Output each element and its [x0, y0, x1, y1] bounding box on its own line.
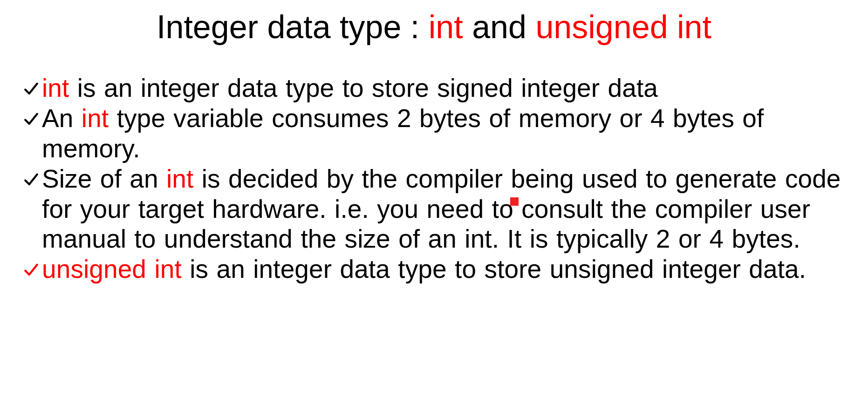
slide-title: Integer data type : int and unsigned int [23, 9, 845, 45]
title-keyword-int: int [429, 9, 463, 45]
checkmark-icon [23, 102, 42, 133]
title-keyword-unsigned-int: unsigned int [535, 9, 711, 45]
bullet-2: An int type variable consumes 2 bytes of… [23, 103, 845, 164]
laser-pointer-icon [510, 197, 519, 206]
slide-body: int is an integer data type to store sig… [23, 73, 845, 284]
bullet-4-text: is an integer data type to store unsigne… [182, 255, 806, 283]
bullet-3-prefix: Size of an [42, 164, 166, 193]
bullet-4-keyword: unsigned int [42, 255, 182, 283]
bullet-2-keyword: int [82, 104, 109, 133]
checkmark-icon [23, 72, 42, 102]
bullet-3: Size of an int is decided by the compile… [23, 164, 845, 255]
checkmark-icon [23, 253, 42, 283]
bullet-2-text: type variable consumes 2 bytes of memory… [42, 104, 764, 163]
bullet-3-keyword: int [166, 164, 193, 193]
checkmark-icon [23, 163, 42, 193]
bullet-1: int is an integer data type to store sig… [23, 73, 845, 103]
bullet-1-text: is an integer data type to store signed … [69, 74, 658, 102]
title-text-prefix: Integer data type : [157, 9, 429, 45]
bullet-4: unsigned int is an integer data type to … [23, 254, 845, 284]
slide: Integer data type : int and unsigned int… [0, 0, 868, 411]
title-text-mid: and [463, 9, 536, 45]
bullet-1-keyword: int [42, 74, 69, 102]
bullet-2-prefix: An [42, 104, 82, 133]
